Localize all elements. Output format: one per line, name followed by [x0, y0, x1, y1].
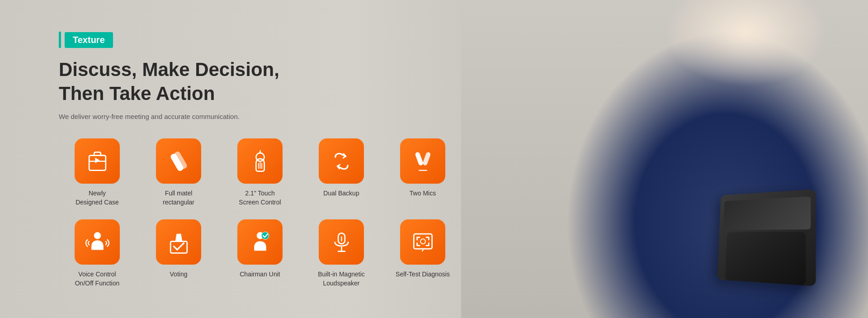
content-area: Texture Discuss, Make Decision, Then Tak…: [59, 0, 488, 318]
texture-bar: [59, 32, 61, 48]
chairman-unit-icon-box: [237, 219, 283, 265]
touch-screen-label: 2.1" TouchScreen Control: [239, 189, 281, 207]
feature-full-matel: Full matelrectangular: [140, 138, 217, 207]
feature-two-mics: Two Mics: [384, 138, 461, 207]
two-mics-icon-box: [400, 138, 445, 184]
speaker-icon: [329, 230, 354, 255]
self-test-icon-box: [400, 219, 445, 265]
svg-point-14: [261, 232, 269, 239]
device-body: [725, 232, 806, 285]
backup-icon: [329, 149, 354, 174]
voting-icon: [166, 230, 191, 255]
touch-screen-icon-box: [237, 138, 283, 184]
feature-built-in-magnetic: Built-in MagneticLoudspeaker: [303, 219, 380, 288]
dual-backup-icon-box: [319, 138, 364, 184]
two-mics-label: Two Mics: [410, 189, 436, 198]
mic-icon: [410, 149, 435, 174]
built-in-magnetic-icon-box: [319, 219, 364, 265]
feature-newly-designed-case: NewlyDesigned Case: [59, 138, 136, 207]
self-test-label: Self-Test Diagnosis: [396, 270, 450, 279]
feature-voice-control: Voice ControlOn/Off Function: [59, 219, 136, 288]
device-illustration: [717, 189, 816, 286]
main-heading: Discuss, Make Decision, Then Take Action: [59, 58, 488, 105]
features-grid: NewlyDesigned Case Full matelrectangular: [59, 138, 488, 288]
heading-line2: Then Take Action: [59, 82, 488, 106]
sub-text: We deliver worry-free meeting and accura…: [59, 113, 488, 120]
chairman-unit-label: Chairman Unit: [240, 270, 280, 279]
svg-rect-7: [415, 152, 423, 166]
rectangle-icon: [166, 149, 191, 174]
full-matel-label: Full matelrectangular: [163, 189, 194, 207]
page-wrapper: Texture Discuss, Make Decision, Then Tak…: [0, 0, 868, 318]
heading-line1: Discuss, Make Decision,: [59, 58, 488, 82]
newly-designed-case-icon-box: [75, 138, 120, 184]
feature-dual-backup: Dual Backup: [303, 138, 380, 207]
dual-backup-label: Dual Backup: [323, 189, 359, 198]
touch-icon: [248, 149, 273, 174]
voice-icon: [85, 230, 110, 255]
chairman-icon: [248, 230, 273, 255]
feature-chairman-unit: Chairman Unit: [222, 219, 298, 288]
voice-control-label: Voice ControlOn/Off Function: [75, 270, 120, 288]
svg-point-20: [420, 239, 425, 244]
full-matel-icon-box: [156, 138, 201, 184]
voting-icon-box: [156, 219, 201, 265]
built-in-magnetic-label: Built-in MagneticLoudspeaker: [318, 270, 365, 288]
newly-designed-case-label: NewlyDesigned Case: [75, 189, 119, 207]
svg-rect-12: [176, 240, 181, 242]
diagnosis-icon: [410, 230, 435, 255]
voice-control-icon-box: [75, 219, 120, 265]
svg-rect-19: [414, 234, 432, 249]
svg-rect-8: [422, 152, 431, 166]
feature-touch-screen: 2.1" TouchScreen Control: [222, 138, 298, 207]
device-screen: [723, 196, 811, 230]
svg-point-10: [94, 232, 101, 239]
case-icon: [85, 149, 110, 174]
texture-label: Texture: [65, 32, 113, 48]
texture-badge: Texture: [59, 32, 488, 48]
voting-label: Voting: [170, 270, 188, 279]
feature-self-test: Self-Test Diagnosis: [384, 219, 461, 288]
feature-voting: Voting: [140, 219, 217, 288]
